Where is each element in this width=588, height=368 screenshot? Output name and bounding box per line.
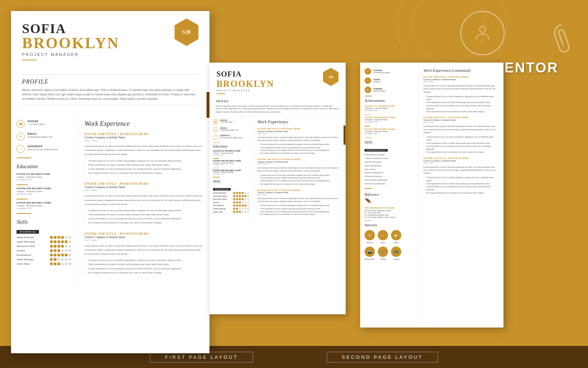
education-section: Education ENTER 1ST DEGREE NAME College … (17, 164, 71, 209)
third-gold-line-3 (365, 126, 370, 127)
gaming-label: Gaming (393, 258, 399, 260)
address-value: Your street/state address here. (28, 148, 58, 152)
second-gold-line-2 (213, 158, 219, 159)
second-skill-2: Adobe Photoshop (213, 195, 250, 197)
second-job-3: ENTER JOB TITLE / POSITION HERE Creative… (257, 189, 341, 216)
skills-section: Skills TECHNICAL Adobe Illustrator Adobe… (17, 219, 71, 265)
third-bullets-2: Vivamus rhoncus in orci et mollis suspen… (423, 135, 499, 154)
second-job-2: ENTER JOB TITLE / POSITION HERE Creative… (257, 158, 341, 185)
second-name-last: BROOKLYN (216, 79, 339, 89)
skill-name: Microsofto Office (17, 245, 50, 248)
second-education: Education ENTER 1ST DEGREE NAME College … (213, 145, 250, 176)
phone-icon: ☎ (17, 120, 25, 128)
edu-3: ENTER 3RD DEGREE NAME College / Universi… (17, 201, 71, 209)
achievement-3: ENTER 3RD AWARD NAME Company / Institute… (365, 128, 414, 135)
second-profile-text: Mauris consectetur turpis ac erat sodale… (216, 105, 339, 113)
social-facebook: f Facebook facebookusername (365, 68, 414, 75)
second-page-label: SECOND PAGE LAYOUT (327, 352, 438, 362)
second-skill-5: DreamWeaver (213, 204, 250, 206)
second-contact-phone: ☎ PHONE +123 4567 8953 (213, 119, 250, 124)
second-skills: Skills TECHNICAL Adobe Illustrator Adobe… (213, 179, 250, 213)
bullet: Vivamus rhoncus in orci et mollis suspen… (85, 159, 202, 163)
skills-title: Skills (17, 219, 71, 225)
skill-name: Keynote (17, 249, 50, 252)
facebook-handle: facebookusername (373, 71, 390, 74)
skill-dots (50, 262, 71, 265)
bullet: Vitae suspendisse sit amet convallis nul… (85, 163, 202, 167)
svg-point-0 (480, 26, 485, 32)
bullet: Vitae suspendisse sit amet convallis nul… (85, 262, 202, 266)
job-bullets-2: Vivamus rhoncus in orci et mollis suspen… (85, 209, 202, 225)
skill-dots (50, 245, 71, 248)
bullet: Vitae suspendisse sit amet convallis nul… (85, 213, 202, 217)
contact-address: ⌂ ADDRESS Your street/state address here… (17, 145, 71, 153)
skill-dots (50, 258, 71, 261)
two-col-layout: ☎ PHONE +123 4567 8953 ✉ EMAIL example@e… (11, 114, 209, 287)
degree-1-name: ENTER 1ST DEGREE NAME (17, 173, 71, 176)
social-twitter: t Twitter sofiatrys (365, 77, 414, 84)
degree-3-name: ENTER 3RD DEGREE NAME (17, 201, 71, 204)
second-edu-1: ENTER 1ST DEGREE NAME College / Universi… (213, 150, 250, 156)
skill-dots-sm (233, 198, 250, 200)
second-job-1: ENTER JOB TITLE / POSITION HERE Creative… (257, 127, 341, 155)
second-skill-3: Microsofto Office (213, 198, 250, 200)
third-gold-line-2 (365, 114, 370, 115)
job-1: ENTER JOB TITLE / POSITION HERE Creative… (85, 132, 202, 175)
interests-section: Interests 🎨 Painting ♪ Music ▶ Video (365, 223, 414, 260)
second-bullets-1: Vivamus rhoncus in orci et mollis suspen… (257, 143, 341, 155)
twitter-icon: t (365, 77, 371, 84)
brand-circle (460, 11, 505, 55)
bullet: Eros magna facilisis justo eu consequat … (85, 221, 202, 225)
rule-2 (22, 105, 198, 105)
reference-title: Reference (365, 192, 414, 197)
skill-indesign: Adobe InDesign (17, 258, 71, 261)
third-left-col: f Facebook facebookusername t Twitter so… (360, 63, 419, 328)
second-name-first: SOFIA (216, 70, 339, 79)
contact-phone: ☎ PHONE +123 4567 8953 (17, 120, 71, 128)
video-label: Video (394, 241, 398, 244)
third-gold-line-1 (365, 96, 372, 96)
degree-2-date: November 2016 (17, 192, 71, 195)
social-linkedin: in LinkedIn linkedinname (365, 86, 414, 93)
dates-3: 2015 - 2018 (85, 239, 202, 242)
second-skill-6: Adobe InDesign (213, 208, 250, 210)
degree-2-school: College / University Name (17, 190, 71, 192)
second-skill-1: Adobe Illustrator (213, 192, 250, 194)
pro-skills-list: Programming Languages Common Operating S… (365, 153, 414, 186)
resume-header: SOFIA BROOKLYN PROJECT MANAGER S|B (11, 11, 209, 71)
third-bullets-1: Vivamus rhoncus in orci et mollis suspen… (423, 95, 499, 113)
job-title-3: ENTER JOB TITLE / POSITION HERE (85, 232, 202, 236)
second-accent-bar (344, 125, 346, 145)
reference-icon: 🪶 (365, 198, 414, 205)
interest-photography: 📷 Photography (365, 247, 375, 260)
person-icon (473, 24, 492, 42)
skill-dots (50, 240, 71, 243)
address-label: ADDRESS (28, 145, 58, 148)
degree-3-school: College / University Name (17, 204, 71, 207)
phone-label: PHONE (28, 120, 44, 123)
ref-address: A: street/state address with country (365, 216, 414, 218)
interest-painting: 🎨 Painting (365, 230, 375, 244)
edu-2: ENTER 2ND DEGREE NAME College / Universi… (17, 187, 71, 195)
accent-bar (207, 92, 209, 118)
third-right-col: Work Experience (continued) ENTER JOB TI… (419, 63, 503, 328)
pro-skills-title: Skills (365, 140, 414, 144)
second-gold-line (213, 142, 220, 142)
interest-gaming: 🎮 Gaming (391, 247, 401, 260)
third-job-3: ENTER JOB TITLE / POSITION HERE Creative… (423, 157, 499, 194)
achievements-section: Achievements ENTER 1ST AWARD NAME Compan… (365, 99, 414, 135)
bullet: Vivamus rhoncus in orci et mollis suspen… (85, 209, 202, 213)
bullet: Eros magna facilisis justo eu consequat … (85, 171, 202, 175)
second-edu-3: ENTER 3RD DEGREE NAME College / Universi… (213, 169, 250, 175)
hexagon-badge: S|B (175, 18, 198, 46)
painting-label: Painting (366, 241, 373, 244)
skill-muse: Adobe Muse (17, 262, 71, 265)
reference-section: Reference 🪶 MR. REFERENCE NAME Job Title… (365, 192, 414, 218)
gold-divider-3 (17, 213, 31, 214)
job-3: ENTER JOB TITLE / POSITION HERE Creative… (85, 232, 202, 275)
skill-dots-sm (233, 201, 250, 204)
second-profile-title: PROFILE (216, 100, 339, 103)
achievement-1: ENTER 1ST AWARD NAME Company / Institute… (365, 105, 414, 112)
second-address-icon: ⌂ (213, 134, 218, 139)
profile-section: PROFILE Mauris consectetur turpis ac era… (11, 74, 209, 114)
